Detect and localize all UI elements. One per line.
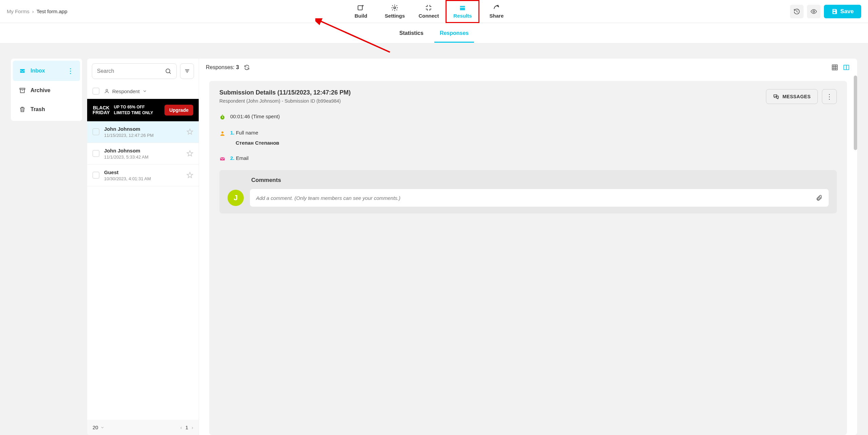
breadcrumb-current: Test form.app <box>37 8 67 14</box>
svg-point-8 <box>166 69 170 73</box>
comments-section: Comments J <box>219 170 837 213</box>
email-icon <box>219 156 225 162</box>
field-number: 2. <box>230 155 235 161</box>
response-list-panel: Respondent BLACK FRIDAY UP TO 65% OFF LI… <box>87 59 199 435</box>
promo-text: UP TO 65% OFF LIMITED TIME ONLY <box>114 104 160 116</box>
response-item[interactable]: John Johnsom 11/1/2023, 5:33:42 AM <box>87 143 199 165</box>
respondent-name: John Johnsom <box>104 126 182 132</box>
page-size-select[interactable]: 20 <box>93 424 104 430</box>
row-checkbox[interactable] <box>93 128 99 135</box>
refresh-icon[interactable] <box>244 64 250 70</box>
response-date: 11/15/2023, 12:47:26 PM <box>104 133 182 138</box>
svg-point-9 <box>106 89 107 91</box>
archive-icon <box>19 87 26 94</box>
sidebar-inbox[interactable]: Inbox ⋮ <box>13 61 80 81</box>
kebab-icon: ⋮ <box>826 92 833 101</box>
respondent-sort[interactable]: Respondent <box>104 88 147 94</box>
settings-icon <box>391 4 398 12</box>
search-icon <box>165 68 172 75</box>
star-icon[interactable] <box>186 150 193 157</box>
grid-view-button[interactable] <box>831 63 839 71</box>
split-icon <box>843 64 850 71</box>
save-button[interactable]: Save <box>824 5 861 18</box>
search-input[interactable] <box>97 68 165 74</box>
next-page[interactable]: › <box>192 424 193 430</box>
person-icon <box>104 88 110 94</box>
submission-subtitle: Respondent (John Johnsom) - Submission I… <box>219 98 351 104</box>
sidebar-archive[interactable]: Archive <box>13 81 80 100</box>
subtab-responses[interactable]: Responses <box>438 24 470 42</box>
comment-input-wrapper[interactable] <box>250 189 829 207</box>
nav-share[interactable]: Share <box>479 0 513 23</box>
breadcrumb-root[interactable]: My Forms <box>7 8 29 14</box>
split-view-button[interactable] <box>842 63 850 71</box>
star-icon[interactable] <box>186 128 193 135</box>
save-icon <box>831 8 837 15</box>
svg-rect-13 <box>222 115 223 116</box>
grid-icon <box>831 64 838 71</box>
breadcrumb: My Forms › Test form.app <box>7 8 67 14</box>
subtab-statistics[interactable]: Statistics <box>398 24 425 42</box>
field-value: Степан Степанов <box>236 140 837 146</box>
trash-icon <box>19 106 26 113</box>
submission-title: Submission Details (11/15/2023, 12:47:26… <box>219 89 351 96</box>
breadcrumb-sep: › <box>32 8 34 14</box>
nav-build[interactable]: Build <box>344 0 378 23</box>
svg-point-2 <box>813 11 815 12</box>
nav-results[interactable]: Results <box>446 0 479 23</box>
star-icon[interactable] <box>186 172 193 179</box>
page-number: 1 <box>185 424 188 430</box>
build-icon <box>357 4 364 12</box>
user-avatar: J <box>228 190 244 206</box>
sidebar-trash[interactable]: Trash <box>13 100 80 119</box>
chat-icon <box>773 94 779 100</box>
results-icon <box>459 4 466 12</box>
svg-rect-10 <box>832 65 837 70</box>
detail-panel: Responses: 3 Submission Details (11/15 <box>199 59 857 435</box>
filter-button[interactable] <box>180 63 194 79</box>
chevron-down-icon <box>142 89 147 94</box>
history-button[interactable] <box>790 5 804 18</box>
connect-icon <box>425 4 432 12</box>
row-checkbox[interactable] <box>93 150 99 157</box>
promo-banner: BLACK FRIDAY UP TO 65% OFF LIMITED TIME … <box>87 99 199 121</box>
comment-input[interactable] <box>256 195 816 201</box>
select-all-checkbox[interactable] <box>93 88 99 95</box>
svg-rect-7 <box>20 88 25 89</box>
folder-sidebar: Inbox ⋮ Archive Trash <box>11 59 82 121</box>
response-item[interactable]: Guest 10/30/2023, 4:01:31 AM <box>87 165 199 186</box>
nav-settings[interactable]: Settings <box>378 0 412 23</box>
stopwatch-icon <box>219 114 225 120</box>
svg-rect-4 <box>833 12 835 13</box>
history-icon <box>793 8 800 15</box>
black-friday-logo: BLACK FRIDAY <box>93 105 110 115</box>
response-item[interactable]: John Johnsom 11/15/2023, 12:47:26 PM <box>87 121 199 143</box>
field-number: 1. <box>230 130 235 136</box>
svg-point-1 <box>394 7 396 9</box>
svg-rect-5 <box>833 9 835 11</box>
user-icon <box>219 130 225 137</box>
inbox-icon <box>19 67 26 74</box>
respondent-name: John Johnsom <box>104 148 182 153</box>
prev-page[interactable]: ‹ <box>180 424 182 430</box>
nav-connect[interactable]: Connect <box>412 0 446 23</box>
respondent-name: Guest <box>104 169 182 175</box>
detail-more-button[interactable]: ⋮ <box>822 89 837 104</box>
filter-icon <box>184 68 190 74</box>
preview-button[interactable] <box>807 5 821 18</box>
attachment-icon[interactable] <box>816 194 823 201</box>
time-spent-value: 00:01:46 (Time spent) <box>230 113 280 119</box>
inbox-more-icon[interactable]: ⋮ <box>67 67 74 75</box>
response-date: 11/1/2023, 5:33:42 AM <box>104 154 182 160</box>
response-date: 10/30/2023, 4:01:31 AM <box>104 176 182 181</box>
search-input-wrapper[interactable] <box>92 63 177 79</box>
scrollbar[interactable] <box>854 76 857 150</box>
responses-count-label: Responses: 3 <box>206 64 239 70</box>
field-label: Email <box>236 155 249 161</box>
eye-icon <box>810 8 817 15</box>
upgrade-button[interactable]: Upgrade <box>164 105 193 116</box>
messages-button[interactable]: MESSAGES <box>766 89 818 104</box>
share-icon <box>493 4 500 12</box>
field-label: Full name <box>236 130 258 136</box>
row-checkbox[interactable] <box>93 172 99 179</box>
